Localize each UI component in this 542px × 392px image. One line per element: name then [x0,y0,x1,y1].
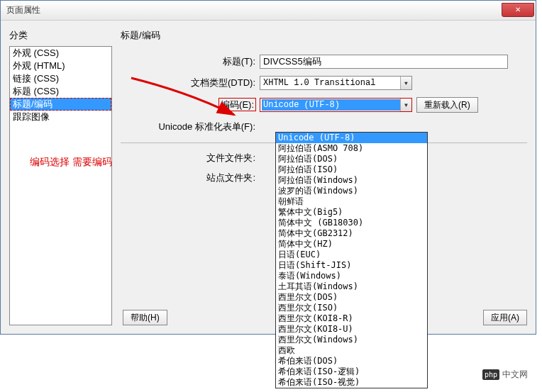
title-row: 标题(T): [121,55,527,69]
reload-button[interactable]: 重新载入(R) [416,97,478,113]
encoding-select[interactable]: Unicode (UTF-8) ▼ [260,98,412,112]
titlebar[interactable]: 页面属性 ✕ [1,1,536,21]
dropdown-item[interactable]: 阿拉伯语(ASMO 708) [276,143,427,154]
normalize-label: Unicode 标准化表单(F): [121,121,255,133]
sidebar: 分类 外观 (CSS) 外观 (HTML) 链接 (CSS) 标题 (CSS) … [9,29,112,325]
dropdown-item[interactable]: 西里尔文(KOI8-R) [276,313,427,324]
dropdown-item[interactable]: 简体中文(HZ) [276,239,427,250]
button-bar: 帮助(H) 应用(A) [9,310,527,325]
encoding-value: Unicode (UTF-8) [262,99,400,111]
encoding-dropdown-list[interactable]: Unicode (UTF-8) 阿拉伯语(ASMO 708) 阿拉伯语(DOS)… [275,132,428,388]
dropdown-item[interactable]: 日语(Shift-JIS) [276,260,427,271]
watermark-logo: php [482,369,499,380]
dropdown-item[interactable]: Unicode (UTF-8) [276,133,427,143]
doctype-select[interactable]: XHTML 1.0 Transitional ▼ [260,76,412,90]
sidebar-heading: 分类 [9,29,112,42]
dropdown-item[interactable]: 阿拉伯语(DOS) [276,154,427,164]
dropdown-item[interactable]: 西欧 [276,345,427,356]
watermark-text: 中文网 [502,369,528,381]
category-list[interactable]: 外观 (CSS) 外观 (HTML) 链接 (CSS) 标题 (CSS) 标题/… [9,46,112,325]
dropdown-item[interactable]: 泰语(Windows) [276,271,427,281]
dropdown-item[interactable]: 土耳其语(Windows) [276,281,427,292]
doctype-row: 文档类型(DTD): XHTML 1.0 Transitional ▼ [121,76,527,90]
dropdown-item[interactable]: 朝鲜语 [276,196,427,207]
dropdown-item[interactable]: 阿拉伯语(Windows) [276,175,427,186]
dropdown-item[interactable]: 日语(EUC) [276,250,427,260]
title-input[interactable] [260,55,508,69]
dropdown-item[interactable]: 阿拉伯语(ISO) [276,164,427,175]
apply-button[interactable]: 应用(A) [483,310,527,325]
sidebar-item-title-encoding[interactable]: 标题/编码 [10,98,111,111]
encoding-row: 编码(E): Unicode (UTF-8) ▼ 重新载入(R) [121,97,527,113]
sidebar-item-tracing-image[interactable]: 跟踪图像 [10,111,111,123]
encoding-label: 编码(E): [219,99,255,111]
dropdown-item[interactable]: 西里尔文(Windows) [276,335,427,345]
panel-title: 标题/编码 [121,29,527,42]
dropdown-item[interactable]: 西里尔文(KOI8-U) [276,324,427,335]
sidebar-item-appearance-css[interactable]: 外观 (CSS) [10,47,111,60]
watermark: php 中文网 [482,369,528,381]
sidebar-item-appearance-html[interactable]: 外观 (HTML) [10,60,111,72]
dropdown-item[interactable]: 希伯来语(DOS) [276,356,427,366]
dropdown-item[interactable]: 希伯来语(ISO-逻辑) [276,366,427,377]
doctype-value: XHTML 1.0 Transitional [263,78,375,88]
file-folder-label: 文件文件夹: [121,152,255,164]
close-button[interactable]: ✕ [502,3,534,17]
encoding-label-wrap: 编码(E): [121,99,255,111]
dropdown-item[interactable]: 希伯来语(ISO-视觉) [276,377,427,388]
dropdown-item[interactable]: 西里尔文(DOS) [276,292,427,303]
window-title: 页面属性 [6,4,40,16]
dropdown-item[interactable]: 波罗的语(Windows) [276,186,427,196]
dialog-content: 分类 外观 (CSS) 外观 (HTML) 链接 (CSS) 标题 (CSS) … [1,21,536,334]
dropdown-item[interactable]: 简体中文 (GB18030) [276,218,427,228]
dropdown-item[interactable]: 西里尔文(ISO) [276,303,427,313]
doctype-label: 文档类型(DTD): [121,77,255,89]
help-button[interactable]: 帮助(H) [123,310,167,325]
sidebar-item-headings-css[interactable]: 标题 (CSS) [10,85,111,98]
chevron-down-icon: ▼ [400,77,411,89]
annotation-text: 编码选择 需要编码 [30,156,112,169]
dropdown-item[interactable]: 简体中文(GB2312) [276,228,427,239]
dropdown-item[interactable]: 繁体中文(Big5) [276,207,427,218]
title-label: 标题(T): [121,55,255,68]
site-folder-label: 站点文件夹: [121,172,255,184]
sidebar-item-links-css[interactable]: 链接 (CSS) [10,72,111,85]
chevron-down-icon: ▼ [400,99,411,111]
